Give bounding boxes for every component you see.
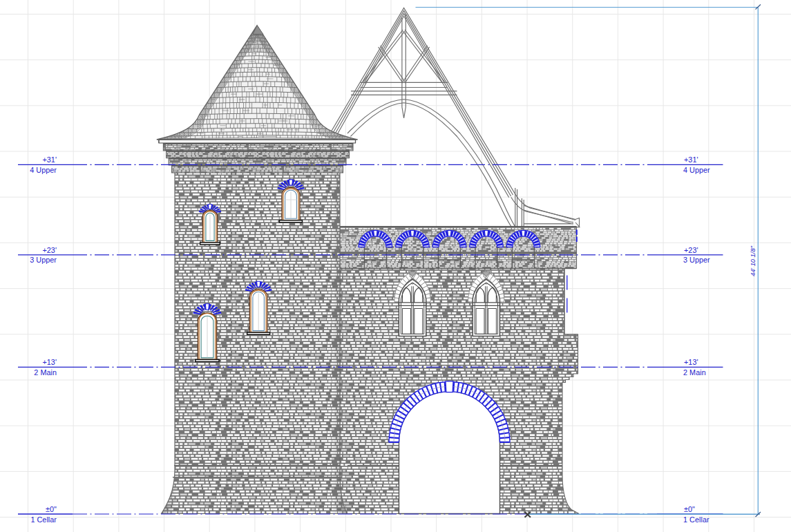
svg-text:4 Upper: 4 Upper xyxy=(30,166,57,174)
svg-text:+23': +23' xyxy=(684,246,698,254)
svg-text:4 Upper: 4 Upper xyxy=(683,166,710,174)
svg-text:2 Main: 2 Main xyxy=(34,368,57,377)
svg-text:+31': +31' xyxy=(42,155,57,164)
svg-text:1 Cellar: 1 Cellar xyxy=(683,515,709,524)
svg-text:+13': +13' xyxy=(42,358,57,366)
svg-text:44' 10 1/8": 44' 10 1/8" xyxy=(750,245,756,276)
svg-text:±0": ±0" xyxy=(684,505,695,513)
svg-text:±0": ±0" xyxy=(46,505,57,513)
svg-text:2 Main: 2 Main xyxy=(683,368,706,377)
svg-text:1 Cellar: 1 Cellar xyxy=(30,515,57,524)
svg-text:+23': +23' xyxy=(42,246,57,254)
svg-text:3 Upper: 3 Upper xyxy=(30,256,57,264)
svg-text:+13': +13' xyxy=(684,358,698,366)
svg-text:+31': +31' xyxy=(684,155,698,164)
svg-text:3 Upper: 3 Upper xyxy=(683,256,710,264)
